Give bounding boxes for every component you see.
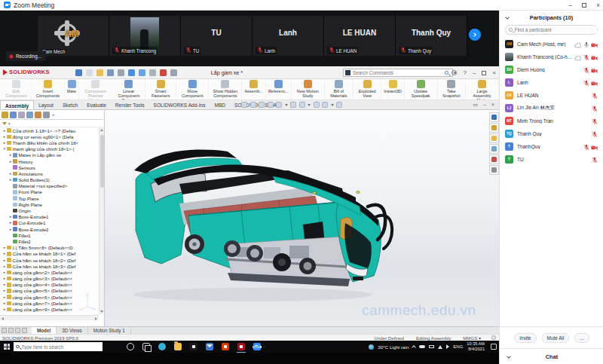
- home-icon[interactable]: [75, 69, 82, 76]
- participant-row[interactable]: TTU: [500, 153, 603, 166]
- mute-all-button[interactable]: Mute All: [542, 333, 570, 343]
- propertymanager-tab[interactable]: [10, 112, 17, 118]
- volume-icon[interactable]: [446, 344, 449, 349]
- sheet-nav-icon[interactable]: [22, 328, 27, 333]
- clock[interactable]: 10:35 AM 8/4/2021: [467, 341, 485, 351]
- update-speedpak-button[interactable]: Update Speedpak: [405, 79, 438, 99]
- participant-row[interactable]: TThanhQuy: [500, 140, 603, 153]
- battery-icon[interactable]: [429, 345, 434, 348]
- participant-row[interactable]: DHDiem Huong: [500, 63, 603, 76]
- collapse-chevron-icon[interactable]: [505, 15, 510, 20]
- take-snapshot-button[interactable]: Take Snapshot: [438, 79, 466, 99]
- dropdown-arrow-icon[interactable]: [285, 104, 288, 106]
- sheet-nav-icon[interactable]: [2, 328, 7, 333]
- tree-item[interactable]: ▸Cửa hầm xe khách 18<1> (Def: [0, 251, 104, 257]
- large-assembly-mode-button[interactable]: Large Assembly Mode: [466, 79, 499, 99]
- new-document-icon[interactable]: [86, 69, 93, 76]
- action-center-icon[interactable]: [491, 344, 497, 350]
- mail-icon[interactable]: [206, 343, 213, 350]
- apply-scene-icon[interactable]: [322, 102, 328, 108]
- video-tile-lanh[interactable]: LanhLanh: [253, 16, 324, 56]
- mate-button[interactable]: Mate: [65, 79, 79, 99]
- more-options-button[interactable]: ...: [574, 333, 589, 343]
- command-search-input[interactable]: [353, 70, 445, 75]
- participant-row[interactable]: MTMinh Trong Trần: [500, 115, 603, 127]
- configurationmanager-tab[interactable]: [18, 112, 25, 118]
- tree-item[interactable]: ▸càng cửa gầm<4> (Default<<: [0, 282, 104, 288]
- rebuild-icon[interactable]: [160, 69, 167, 76]
- new-motion-study-button[interactable]: New Motion Study: [292, 79, 325, 99]
- office-icon[interactable]: [222, 343, 229, 350]
- sheet-nav-icon[interactable]: [15, 328, 20, 333]
- hide-show-items-icon[interactable]: [299, 102, 305, 108]
- tab-solidworks-add-ins[interactable]: SOLIDWORKS Add-Ins: [149, 100, 210, 109]
- zoom-app-icon[interactable]: [253, 343, 261, 350]
- tree-item[interactable]: Origin: [0, 207, 104, 213]
- participant-row[interactable]: AMCam Mech (Host, me): [500, 38, 603, 50]
- chat-section-header[interactable]: Chat: [500, 348, 603, 364]
- microsoft-store-icon[interactable]: [190, 343, 197, 350]
- start-button[interactable]: [0, 341, 14, 353]
- next-page-arrow-button[interactable]: [469, 29, 481, 41]
- tree-item[interactable]: Material <not specified>: [0, 183, 104, 189]
- invite-button[interactable]: Invite: [514, 333, 536, 343]
- previous-view-icon[interactable]: [259, 102, 265, 108]
- exploded-view-button[interactable]: Exploded View: [354, 79, 381, 99]
- dimxpertmanager-tab[interactable]: [26, 112, 33, 118]
- tab-sketch[interactable]: Sketch: [58, 100, 82, 109]
- video-tile-tu[interactable]: TUTU: [181, 16, 253, 56]
- solidworks-resources-tab[interactable]: [489, 112, 499, 122]
- dropdown-arrow-icon[interactable]: [331, 104, 334, 106]
- command-search-box[interactable]: [343, 69, 453, 77]
- viewport-3d[interactable]: cammech.edu.vn » ▾ ▸Cửa chính 1-18<1> ->…: [0, 110, 499, 326]
- language-indicator[interactable]: ENG: [453, 344, 463, 349]
- undo-icon[interactable]: [128, 69, 135, 76]
- file-explorer-tab[interactable]: [489, 133, 499, 143]
- weather-text[interactable]: 30°C Light rain: [378, 344, 409, 350]
- doc-minimize-button[interactable]: –: [483, 102, 486, 108]
- scrollbar-thumb[interactable]: [100, 135, 104, 188]
- featuremanager-design-tree-tab[interactable]: [2, 112, 8, 118]
- video-tile-thanh-quy[interactable]: Thanh QuyThanh Quy: [396, 16, 467, 56]
- options-icon[interactable]: [170, 69, 177, 76]
- view-palette-tab[interactable]: [489, 144, 499, 154]
- tree-vertical-scrollbar[interactable]: [99, 127, 104, 314]
- tree-item[interactable]: ▸càng cửa gầm<5> (Default<<: [0, 288, 104, 294]
- doc-close-button[interactable]: ×: [491, 102, 494, 108]
- tree-item[interactable]: ▸History: [0, 158, 104, 164]
- tree-item[interactable]: Front Plane: [0, 189, 104, 195]
- tab-mbd[interactable]: MBD: [210, 100, 230, 109]
- taskbar-search-input[interactable]: [22, 344, 103, 350]
- participant-row[interactable]: LHLE HUAN: [500, 89, 603, 102]
- design-library-tab[interactable]: [489, 123, 499, 133]
- solidworks-app-icon[interactable]: [237, 343, 245, 350]
- tree-item[interactable]: ▸Cut-Extrude1: [0, 220, 104, 226]
- tab-evaluate[interactable]: Evaluate: [82, 100, 111, 109]
- dropdown-arrow-icon[interactable]: [308, 104, 311, 106]
- show-hidden-components-button[interactable]: Show Hidden Components: [209, 79, 242, 99]
- cam-feature-tree-tab[interactable]: [43, 112, 50, 118]
- status-gear-icon[interactable]: [491, 335, 496, 340]
- tree-item[interactable]: Right Plane: [0, 201, 104, 207]
- tree-item[interactable]: ▸Thanh điều khiển cửa chính 18<: [0, 139, 104, 145]
- sw-minimize-button[interactable]: –: [473, 69, 476, 77]
- displaymanager-tab[interactable]: [35, 112, 41, 118]
- task-view-icon[interactable]: [142, 343, 150, 350]
- tree-item[interactable]: ▾thanh gằng cửa chính 18<1> (: [0, 146, 104, 152]
- doc-restore-button[interactable]: ▭: [473, 102, 478, 108]
- print-icon[interactable]: [118, 69, 124, 76]
- network-icon[interactable]: [438, 345, 442, 349]
- zoom-to-fit-icon[interactable]: [241, 102, 247, 108]
- smart-fasteners-button[interactable]: Smart Fasteners: [145, 79, 176, 99]
- tree-filter-row[interactable]: ▾: [0, 120, 104, 127]
- referenc-button[interactable]: Referenc...: [266, 79, 292, 99]
- tree-item[interactable]: ▸Boss-Extrude1: [0, 214, 104, 220]
- zoom-to-area-icon[interactable]: [250, 102, 256, 108]
- redo-icon[interactable]: [139, 69, 145, 76]
- section-view-icon[interactable]: [268, 102, 274, 108]
- participant-row[interactable]: TQThanh Quy: [500, 127, 603, 140]
- help-button[interactable]: ?: [463, 69, 466, 77]
- tree-item[interactable]: ▸Cửa hầm xe khách 18<3> (Def: [0, 263, 104, 269]
- scroll-down-icon[interactable]: [100, 310, 103, 313]
- minimize-button[interactable]: –: [568, 0, 572, 11]
